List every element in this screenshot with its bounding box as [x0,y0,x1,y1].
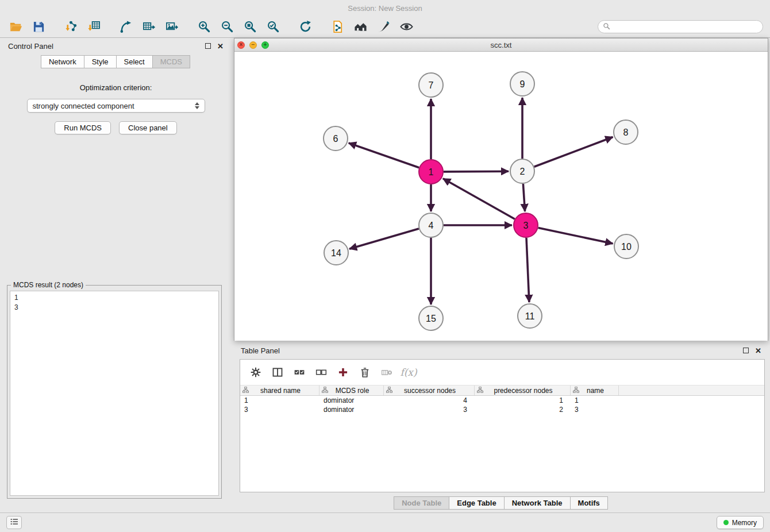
float-panel-icon[interactable] [205,43,211,49]
show-hide-button[interactable] [398,19,415,35]
delete-columns-button[interactable] [378,364,395,380]
zoom-in-button[interactable] [195,19,213,35]
float-table-panel-icon[interactable] [743,348,749,353]
search-input[interactable] [613,23,758,31]
search-icon [603,22,610,32]
save-session-button[interactable] [30,19,47,35]
import-network-button[interactable] [62,19,79,35]
graph-node-6[interactable]: 6 [324,126,348,151]
control-panel-tabs: NetworkStyleSelectMCDS [0,55,232,68]
table-row[interactable]: 1dominator411 [240,396,764,405]
toolbar-group [117,19,180,35]
search-box[interactable] [598,20,763,33]
cell-mcds-role: dominator [319,405,384,414]
table-panel-window-buttons: ✕ [743,347,761,354]
open-session-icon [9,20,22,33]
graph-node-4[interactable]: 4 [419,213,443,237]
graph-node-11[interactable]: 11 [518,304,542,328]
delete-button[interactable] [356,364,374,380]
network-canvas[interactable]: 7968124314101511 [234,52,768,341]
add-button[interactable] [334,364,352,380]
window-title: Session: New Session [348,4,422,13]
svg-text:15: 15 [426,314,436,323]
column-header-shared-name[interactable]: shared name [240,385,319,395]
graph-node-14[interactable]: 14 [324,241,348,265]
graph-node-3[interactable]: 3 [514,213,538,237]
minimize-window-icon[interactable]: − [249,41,257,49]
graph-edge-3-1[interactable] [443,179,515,219]
graph-edge-4-14[interactable] [349,229,419,249]
tab-mcds[interactable]: MCDS [152,55,190,68]
select-all-button[interactable] [291,364,308,380]
traffic-lights: × − + [237,41,269,49]
graph-node-2[interactable]: 2 [510,159,534,183]
graph-node-9[interactable]: 9 [510,72,534,96]
mcds-result-box: MCDS result (2 nodes) 13 [7,285,222,499]
tab-motifs[interactable]: Motifs [570,496,608,510]
close-panel-button[interactable]: Close panel [119,121,177,134]
zoom-out-button[interactable] [218,19,236,35]
panel-menu-button[interactable] [6,516,22,529]
criterion-dropdown[interactable]: strongly connected component [27,99,205,113]
window-titlebar[interactable]: Session: New Session [0,0,770,16]
graph-node-10[interactable]: 10 [614,234,638,259]
attribute-icon [386,387,392,395]
open-session-button[interactable] [7,19,24,35]
table-row[interactable]: 3dominator323 [240,405,764,414]
control-panel-window-buttons: ✕ [205,43,224,50]
column-header-mcds-role[interactable]: MCDS role [319,385,384,395]
export-image-button[interactable] [163,19,180,35]
maximize-window-icon[interactable]: + [261,41,269,49]
tab-edge-table[interactable]: Edge Table [449,496,504,510]
table-options-button[interactable] [247,364,264,380]
close-window-icon[interactable]: × [237,41,245,49]
delete-columns-icon [381,367,392,378]
graph-node-1[interactable]: 1 [419,160,443,184]
graph-edge-3-10[interactable] [538,228,613,244]
export-table-button[interactable] [140,19,157,35]
home-button[interactable] [352,19,369,35]
svg-text:6: 6 [333,134,338,144]
graph-node-8[interactable]: 8 [614,120,638,144]
refresh-button[interactable] [297,19,314,35]
toolbar-group [62,19,102,35]
memory-button[interactable]: Memory [717,516,764,529]
optimization-criterion-label: Optimization criterion: [0,83,232,92]
tab-node-table[interactable]: Node Table [394,496,449,510]
mcds-result-list[interactable]: 13 [10,291,219,496]
network-window-titlebar[interactable]: × − + scc.txt [234,38,768,52]
graph-edge-2-3[interactable] [523,184,525,211]
table-panel-tabs: Node TableEdge TableNetwork TableMotifs [234,496,768,510]
zoom-selected-button[interactable] [264,19,282,35]
style-paint-button[interactable] [375,19,392,35]
tab-select[interactable]: Select [116,55,153,68]
graph-edge-1-6[interactable] [349,143,419,168]
copy-network-button[interactable] [329,19,346,35]
attribute-icon [242,387,249,395]
graph-node-15[interactable]: 15 [419,306,443,330]
graph-node-7[interactable]: 7 [419,73,443,97]
zoom-fit-button[interactable] [241,19,259,35]
import-table-button[interactable] [85,19,102,35]
function-builder-button[interactable]: f(x) [400,364,417,380]
svg-text:14: 14 [331,248,341,258]
close-table-panel-icon[interactable]: ✕ [755,347,761,354]
graph-edge-3-11[interactable] [526,238,529,302]
tab-style[interactable]: Style [84,55,117,68]
column-header-successor-nodes[interactable]: successor nodes [384,385,475,395]
tab-network[interactable]: Network [41,55,84,68]
column-header-name[interactable]: name [571,385,619,395]
tab-network-table[interactable]: Network Table [504,496,571,510]
graph-edge-1-2[interactable] [444,171,509,172]
table-panel-header: Table Panel ✕ [234,344,768,357]
run-mcds-button[interactable]: Run MCDS [55,121,111,134]
import-table-icon [87,20,101,33]
first-neighbors-button[interactable] [117,19,134,35]
graph-edge-2-8[interactable] [534,137,613,167]
mcds-result-line: 3 [14,303,214,313]
application-window: Session: New Session Control Panel ✕ Net… [0,0,770,532]
column-header-predecessor-nodes[interactable]: predecessor nodes [475,385,571,395]
show-columns-button[interactable] [269,364,286,380]
deselect-all-button[interactable] [313,364,330,380]
close-panel-icon[interactable]: ✕ [217,43,224,50]
